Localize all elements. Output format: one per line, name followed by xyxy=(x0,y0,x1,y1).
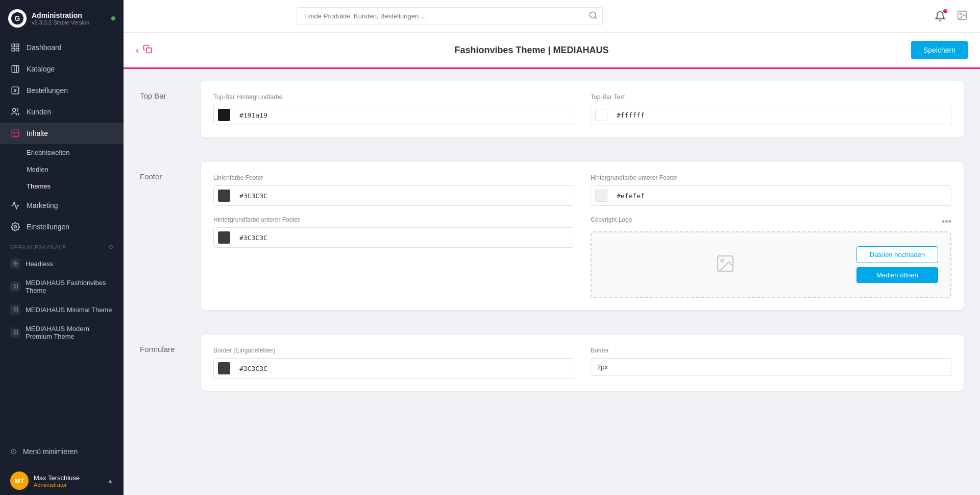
notification-badge xyxy=(943,9,947,13)
search-icon[interactable] xyxy=(589,11,598,22)
footer-bg2-label: Hintergrundfarbe unterer Footer xyxy=(213,216,574,223)
more-options-icon[interactable]: ••• xyxy=(942,217,951,227)
line-color-swatch[interactable] xyxy=(214,186,234,205)
sidebar-sub-item-medien[interactable]: Medien xyxy=(0,161,124,178)
app-logo: G xyxy=(8,9,27,28)
sidebar-item-kataloge[interactable]: Kataloge xyxy=(0,58,124,80)
svg-rect-12 xyxy=(13,331,18,335)
channel-headless[interactable]: Headless xyxy=(0,253,124,274)
footer-row1: Linienfarbe Footer Hintergrundfarbe unte… xyxy=(213,174,951,206)
sidebar-sub-item-erlebniswelten[interactable]: Erlebniswelten xyxy=(0,144,124,161)
svg-point-13 xyxy=(590,12,596,18)
sidebar-item-label: Kunden xyxy=(27,108,51,116)
avatar: MT xyxy=(10,472,29,490)
footer-bg2-swatch[interactable] xyxy=(214,228,234,247)
footer-bg2-input xyxy=(213,227,574,248)
border-input-field[interactable] xyxy=(234,360,574,377)
sidebar-item-label: Einstellungen xyxy=(27,223,69,231)
page-header: ‹ Fashionvibes Theme | MEDIAHAUS Speiche… xyxy=(124,33,980,69)
back-button[interactable]: ‹ xyxy=(136,45,139,56)
sidebar-item-bestellungen[interactable]: Bestellungen xyxy=(0,80,124,101)
channel-icon xyxy=(10,258,20,269)
footer-bg-field[interactable] xyxy=(611,187,951,204)
line-color-field[interactable] xyxy=(234,187,574,204)
customers-icon xyxy=(10,107,20,117)
brand-version: v6.3.0.2 Stable Version xyxy=(32,19,106,26)
channel-minimal[interactable]: MEDIAHAUS Minimal Theme xyxy=(0,299,124,320)
border-label: Border xyxy=(591,347,951,354)
sidebar-sub-item-themes[interactable]: Themes xyxy=(0,178,124,195)
upload-files-button[interactable]: Dateien hochladen xyxy=(856,246,938,263)
brand-info: Administration v6.3.0.2 Stable Version xyxy=(32,11,106,26)
image-icon[interactable] xyxy=(957,10,968,23)
svg-rect-4 xyxy=(12,65,19,73)
footer-bg-swatch[interactable] xyxy=(591,186,611,205)
orders-icon xyxy=(10,85,20,96)
border-input-label: Border (Eingabefelder) xyxy=(213,347,574,354)
border-input-swatch[interactable] xyxy=(214,359,234,378)
footer-bg2-group: Hintergrundfarbe unterer Footer xyxy=(213,216,574,298)
sidebar-item-label: Marketing xyxy=(27,201,58,209)
channel-icon xyxy=(10,304,20,315)
page-title: Fashionvibes Theme | MEDIAHAUS xyxy=(160,45,903,56)
sidebar-item-label: Inhalte xyxy=(27,129,48,137)
search-input[interactable] xyxy=(297,7,603,25)
sidebar-item-dashboard[interactable]: Dashboard xyxy=(0,37,124,58)
line-color-label: Linienfarbe Footer xyxy=(213,174,574,181)
footer-card: Linienfarbe Footer Hintergrundfarbe unte… xyxy=(201,162,964,310)
sidebar: G Administration v6.3.0.2 Stable Version… xyxy=(0,0,124,495)
dashboard-icon xyxy=(10,42,20,53)
top-bar-card: Top-Bar Hintergrundfarbe Top-Bar Text xyxy=(201,81,964,137)
save-button[interactable]: Speichern xyxy=(911,41,968,59)
add-channel-icon[interactable]: ⊕ xyxy=(109,244,114,250)
top-bar-section: Top Bar Top-Bar Hintergrundfarbe Top-Ba xyxy=(124,69,980,150)
copyright-logo-header: Copyright Logo ••• xyxy=(591,216,951,227)
main-area: ‹ Fashionvibes Theme | MEDIAHAUS Speiche… xyxy=(124,0,980,495)
settings-icon xyxy=(10,222,20,232)
sidebar-item-kunden[interactable]: Kunden xyxy=(0,101,124,123)
channel-modern[interactable]: MEDIAHAUS Modern Premium Theme xyxy=(0,320,124,345)
section-label-topbar: Top Bar xyxy=(140,81,201,100)
text-color-group: Top-Bar Text xyxy=(591,93,951,125)
border-group: Border xyxy=(591,347,951,379)
bg-color-swatch[interactable] xyxy=(214,105,234,125)
sidebar-item-inhalte[interactable]: Inhalte xyxy=(0,123,124,144)
content-icon xyxy=(10,128,20,138)
user-info: Max Terschluse Administrator xyxy=(34,474,102,488)
footer-bg-label: Hintergrundfarbe unterer Footer xyxy=(591,174,951,181)
sidebar-item-label: Bestellungen xyxy=(27,86,68,95)
text-color-field[interactable] xyxy=(611,107,951,124)
svg-point-18 xyxy=(721,260,723,262)
user-chevron-icon: ▲ xyxy=(107,477,113,484)
svg-rect-3 xyxy=(16,49,19,51)
copyright-logo-label: Copyright Logo xyxy=(591,216,632,223)
svg-rect-11 xyxy=(13,308,18,312)
sidebar-item-einstellungen[interactable]: Einstellungen xyxy=(0,216,124,238)
channel-fashionvibes[interactable]: MEDIAHAUS Fashionvibes Theme xyxy=(0,274,124,299)
formulare-section: Formulare Border (Eingabefelder) Border xyxy=(124,322,980,403)
open-media-button[interactable]: Medien öffnen xyxy=(856,267,938,283)
footer-bg2-field[interactable] xyxy=(234,229,574,246)
user-area[interactable]: MT Max Terschluse Administrator ▲ xyxy=(0,466,124,495)
bg-color-input xyxy=(213,105,574,125)
section-label-formulare: Formulare xyxy=(140,335,201,353)
text-color-swatch[interactable] xyxy=(591,105,611,125)
sidebar-item-label: Dashboard xyxy=(27,43,62,52)
minimize-menu[interactable]: ⊙ Menü minimieren xyxy=(10,442,113,460)
svg-rect-7 xyxy=(12,130,19,137)
notification-icon[interactable] xyxy=(932,8,948,25)
border-input-group: Border (Eingabefelder) xyxy=(213,347,574,379)
copyright-logo-group: Copyright Logo ••• xyxy=(591,216,951,298)
border-input-color xyxy=(213,358,574,379)
svg-rect-1 xyxy=(16,44,19,46)
copy-button[interactable] xyxy=(143,44,152,56)
border-field[interactable] xyxy=(591,358,951,376)
logo-upload-area: Dateien hochladen Medien öffnen xyxy=(591,231,951,298)
bg-color-group: Top-Bar Hintergrundfarbe xyxy=(213,93,574,125)
topbar xyxy=(124,0,980,33)
svg-point-8 xyxy=(14,226,17,228)
sidebar-item-marketing[interactable]: Marketing xyxy=(0,195,124,216)
bg-color-field[interactable] xyxy=(234,107,574,124)
online-indicator xyxy=(111,16,115,20)
line-color-group: Linienfarbe Footer xyxy=(213,174,574,206)
